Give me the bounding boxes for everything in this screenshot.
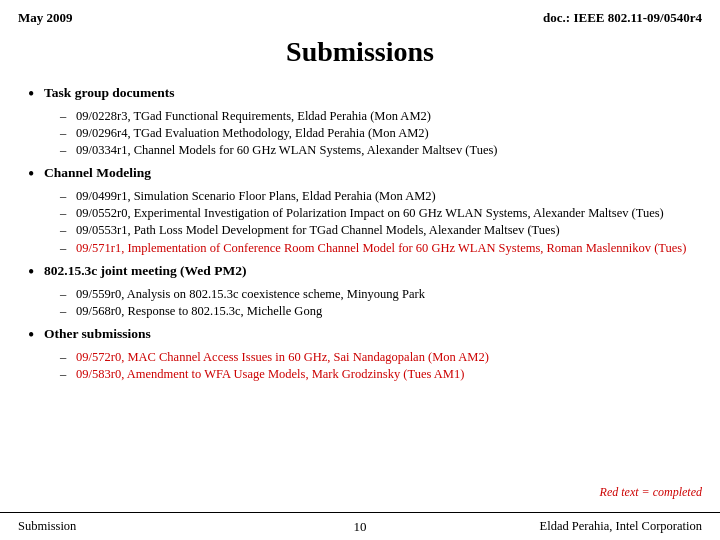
item-text: 09/0334r1, Channel Models for 60 GHz WLA… xyxy=(76,142,692,158)
dash-icon: – xyxy=(60,286,76,302)
page-title: Submissions xyxy=(0,30,720,82)
item-text: 09/0296r4, TGad Evaluation Methodology, … xyxy=(76,125,692,141)
bullet-dot: • xyxy=(28,325,44,347)
list-item: –09/572r0, MAC Channel Access Issues in … xyxy=(60,349,692,365)
item-text: 09/571r1, Implementation of Conference R… xyxy=(76,240,692,256)
bullet-dot: • xyxy=(28,262,44,284)
list-item: –09/568r0, Response to 802.15.3c, Michel… xyxy=(60,303,692,319)
section-other: •Other submissions–09/572r0, MAC Channel… xyxy=(28,325,692,382)
item-text: 09/583r0, Amendment to WFA Usage Models,… xyxy=(76,366,692,382)
list-item: –09/0228r3, TGad Functional Requirements… xyxy=(60,108,692,124)
main-content: •Task group documents–09/0228r3, TGad Fu… xyxy=(0,82,720,382)
section-channel-modeling: •Channel Modeling–09/0499r1, Simulation … xyxy=(28,164,692,256)
item-text: 09/0499r1, Simulation Scenario Floor Pla… xyxy=(76,188,692,204)
footer-note: Red text = completed xyxy=(600,485,702,500)
item-text: 09/559r0, Analysis on 802.15.3c coexiste… xyxy=(76,286,692,302)
list-item: –09/559r0, Analysis on 802.15.3c coexist… xyxy=(60,286,692,302)
item-text: 09/568r0, Response to 802.15.3c, Michell… xyxy=(76,303,692,319)
section-label: Other submissions xyxy=(44,325,151,343)
footer-center: 10 xyxy=(354,519,367,535)
bullet-dot: • xyxy=(28,164,44,186)
dash-icon: – xyxy=(60,240,76,256)
list-item: –09/0334r1, Channel Models for 60 GHz WL… xyxy=(60,142,692,158)
dash-icon: – xyxy=(60,188,76,204)
list-item: –09/571r1, Implementation of Conference … xyxy=(60,240,692,256)
dash-icon: – xyxy=(60,108,76,124)
dash-icon: – xyxy=(60,142,76,158)
dash-icon: – xyxy=(60,125,76,141)
footer-bar: Submission 10 Eldad Perahia, Intel Corpo… xyxy=(0,512,720,540)
dash-icon: – xyxy=(60,205,76,221)
list-item: –09/583r0, Amendment to WFA Usage Models… xyxy=(60,366,692,382)
dash-icon: – xyxy=(60,303,76,319)
item-text: 09/0228r3, TGad Functional Requirements,… xyxy=(76,108,692,124)
list-item: –09/0296r4, TGad Evaluation Methodology,… xyxy=(60,125,692,141)
section-label: Channel Modeling xyxy=(44,164,151,182)
section-802-15-3c: •802.15.3c joint meeting (Wed PM2)–09/55… xyxy=(28,262,692,319)
list-item: –09/0553r1, Path Loss Model Development … xyxy=(60,222,692,238)
section-task-group: •Task group documents–09/0228r3, TGad Fu… xyxy=(28,84,692,158)
item-text: 09/0553r1, Path Loss Model Development f… xyxy=(76,222,692,238)
dash-icon: – xyxy=(60,366,76,382)
header-left: May 2009 xyxy=(18,10,73,26)
section-label: 802.15.3c joint meeting (Wed PM2) xyxy=(44,262,246,280)
footer-left: Submission xyxy=(18,519,76,534)
dash-icon: – xyxy=(60,349,76,365)
item-text: 09/572r0, MAC Channel Access Issues in 6… xyxy=(76,349,692,365)
footer-right: Eldad Perahia, Intel Corporation xyxy=(540,519,702,534)
list-item: –09/0552r0, Experimental Investigation o… xyxy=(60,205,692,221)
item-text: 09/0552r0, Experimental Investigation of… xyxy=(76,205,692,221)
dash-icon: – xyxy=(60,222,76,238)
section-label: Task group documents xyxy=(44,84,175,102)
header-right: doc.: IEEE 802.11-09/0540r4 xyxy=(543,10,702,26)
bullet-dot: • xyxy=(28,84,44,106)
list-item: –09/0499r1, Simulation Scenario Floor Pl… xyxy=(60,188,692,204)
